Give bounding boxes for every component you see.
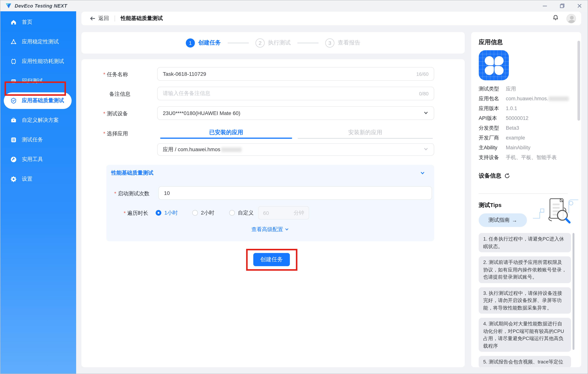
info-label: 主Ability (479, 144, 506, 151)
panel-scrollbar[interactable] (578, 41, 580, 121)
panel-divider (479, 193, 568, 194)
test-guide-label: 测试指南 (488, 217, 510, 224)
notification-bell-icon[interactable] (552, 14, 559, 23)
back-button[interactable]: 返回 (90, 15, 109, 22)
step-connector (297, 43, 318, 43)
task-form: 任务名称 Task-0618-110729 16/60 备注信息 请输入任务备注… (81, 59, 465, 367)
task-name-input[interactable]: Task-0618-110729 16/60 (157, 67, 434, 81)
restore-button[interactable] (553, 0, 571, 11)
home-icon (10, 19, 17, 26)
sidebar-item-label: 设置 (22, 176, 32, 182)
sidebar-item-test-tasks[interactable]: 测试任务 (0, 130, 76, 150)
sidebar-item-utilities[interactable]: 实用工具 (0, 150, 76, 169)
sidebar-item-label: 回归测试 (22, 78, 43, 85)
tab-installed-apps[interactable]: 已安装的应用 (160, 129, 292, 136)
page-header: 返回 性能基础质量测试 (81, 12, 581, 25)
sidebar-item-basic-quality-test[interactable]: 应用基础质量测试 (0, 91, 76, 110)
window-controls (536, 0, 588, 11)
sidebar-item-custom-solution[interactable]: 自定义解决方案 (0, 110, 76, 130)
step-create-task: 1 创建任务 (186, 38, 221, 47)
app-window: DevEco Testing NEXT 首页 应用稳定性测试 应用性能功耗测试 (0, 0, 588, 374)
step-number: 2 (256, 38, 265, 47)
info-row-package: 应用包名 com.huawei.hmos. (479, 95, 575, 102)
info-value: Beta3 (506, 125, 519, 131)
info-label: 开发厂商 (479, 135, 506, 141)
redacted-app-name (221, 147, 242, 152)
radio-2-hours-label[interactable]: 2小时 (201, 210, 214, 216)
sidebar-item-label: 应用基础质量测试 (22, 97, 64, 104)
briefcase-icon (10, 117, 17, 124)
step-view-report: 3 查看报告 (325, 38, 360, 47)
custom-duration-value: 60 (263, 210, 269, 216)
launch-times-input[interactable]: 10 (158, 186, 432, 200)
info-row-supported-devices: 支持设备 手机、平板、智能手表 (479, 154, 575, 160)
tip-item-2: 2. 测试前请手动授予应用所需权限及协议，如有应用内操作依赖账号登录，也请提前登… (479, 256, 571, 283)
sidebar-item-settings[interactable]: 设置 (0, 169, 76, 189)
radio-custom-label[interactable]: 自定义 (238, 210, 254, 216)
tip-item-4: 4. 测试期间会对大量性能数据进行自动化分析，对PC端可能有较高的CPU占用，请… (479, 318, 571, 352)
chevron-down-icon[interactable] (420, 171, 425, 177)
app-info-title: 应用信息 (479, 38, 503, 46)
refresh-icon[interactable] (504, 173, 510, 179)
test-guide-button[interactable]: 测试指南 → (479, 214, 527, 227)
create-task-button[interactable]: 创建任务 (253, 253, 290, 266)
info-row-test-type: 测试类型 应用 (479, 85, 575, 92)
installed-app-select[interactable]: 应用 / com.huawei.hmos (157, 143, 434, 156)
remark-label: 备注信息 (109, 91, 130, 98)
minimize-button[interactable] (536, 0, 553, 11)
active-tab-underline (160, 138, 292, 139)
radio-1-hour[interactable] (156, 210, 161, 216)
close-button[interactable] (571, 0, 588, 11)
advanced-config-label: 查看高级配置 (252, 226, 283, 232)
tab-install-new-app[interactable]: 安装新的应用 (298, 129, 433, 136)
info-label: 测试类型 (479, 85, 506, 92)
info-row-distribution: 分发类型 Beta3 (479, 125, 575, 131)
radio-1-hour-label[interactable]: 1小时 (164, 210, 178, 216)
step-connector (228, 43, 249, 43)
sidebar-item-regression-test[interactable]: 回归测试 (0, 71, 76, 91)
info-row-vendor: 开发厂商 example (479, 135, 575, 141)
tip-item-1: 1. 任务执行过程中，请避免PC进入休眠状态。 (479, 233, 571, 252)
radio-custom[interactable] (229, 210, 235, 216)
device-label: 测试设备 (103, 110, 128, 117)
remark-input[interactable]: 请输入任务备注信息 0/80 (157, 87, 434, 100)
title-bar: DevEco Testing NEXT (0, 0, 588, 11)
info-value: 1.0.1 (506, 105, 517, 112)
advanced-config-link[interactable]: 查看高级配置 (106, 226, 434, 233)
info-label: API版本 (479, 115, 506, 121)
sidebar-item-stability-test[interactable]: 应用稳定性测试 (0, 32, 76, 52)
quality-shield-icon (10, 97, 17, 104)
remark-placeholder: 请输入任务备注信息 (163, 90, 210, 97)
info-value: MainAbility (506, 144, 531, 151)
step-label: 创建任务 (198, 39, 221, 46)
remark-counter: 0/80 (419, 91, 429, 96)
step-label: 查看报告 (338, 39, 360, 46)
info-panel: 应用信息 测试类型 应用 应用包名 com.huawei.hmos. 应用版本 … (471, 32, 581, 367)
sidebar-item-home[interactable]: 首页 (0, 12, 76, 32)
tips-title: 测试Tips (479, 202, 502, 209)
sidebar: 首页 应用稳定性测试 应用性能功耗测试 回归测试 应用基础质量测试 (0, 11, 76, 374)
inactive-tab-underline (298, 138, 433, 139)
app-icon-petal (485, 56, 494, 65)
sidebar-item-performance-test[interactable]: 应用性能功耗测试 (0, 52, 76, 71)
tips-scrollbar[interactable] (573, 233, 574, 350)
app-icon-petal (485, 66, 494, 75)
sidebar-item-label: 自定义解决方案 (22, 117, 59, 124)
info-value: 应用 (506, 85, 516, 92)
app-icon-petal (494, 66, 504, 75)
info-label: 应用版本 (479, 105, 506, 112)
test-tips-illustration (532, 197, 578, 227)
app-title: DevEco Testing NEXT (15, 3, 67, 9)
performance-icon (10, 58, 17, 65)
chevron-down-icon (423, 110, 429, 116)
stepper: 1 创建任务 2 执行测试 3 查看报告 (81, 32, 465, 53)
sidebar-item-label: 实用工具 (22, 156, 43, 163)
step-label: 执行测试 (268, 39, 291, 46)
task-name-counter: 16/60 (416, 71, 429, 77)
info-value: example (506, 135, 525, 141)
device-info-label: 设备信息 (479, 172, 501, 180)
radio-2-hours[interactable] (192, 210, 198, 216)
user-avatar[interactable] (567, 14, 576, 23)
app-icon (479, 50, 509, 80)
device-select[interactable]: 23U0****0180(HUAWEI Mate 60) (157, 106, 434, 120)
